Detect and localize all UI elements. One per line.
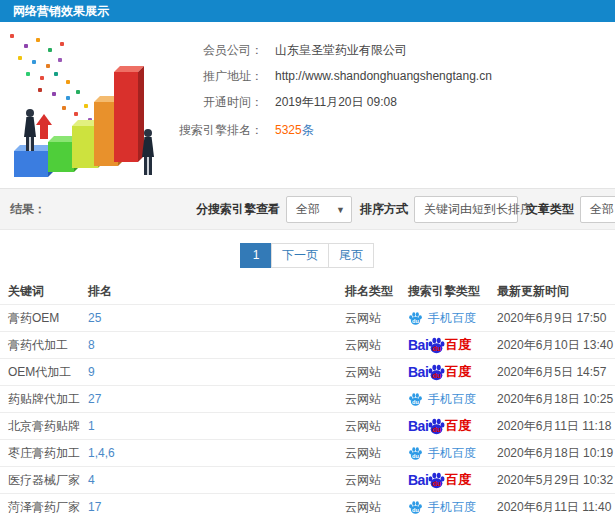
engine-rank-count: 5325 xyxy=(275,123,302,137)
table-header-row: 关键词 排名 排名类型 搜索引擎类型 最新更新时间 xyxy=(0,278,615,304)
open-time-row: 开通时间：2019年11月20日 09:08 xyxy=(168,92,608,112)
page-1-button[interactable]: 1 xyxy=(240,243,272,268)
open-time-label: 开通时间： xyxy=(168,92,263,112)
svg-text:du: du xyxy=(432,345,441,353)
svg-text:du: du xyxy=(432,426,441,434)
svg-text:du: du xyxy=(412,452,419,458)
chevron-down-icon: ▼ xyxy=(336,205,345,215)
keyword-cell: 膏药代加工 xyxy=(0,337,80,354)
open-time-value: 2019年11月20日 09:08 xyxy=(275,95,397,109)
keyword-cell: OEM代加工 xyxy=(0,364,80,381)
table-row: 医疗器械厂家4云网站Bai du 百度2020年5月29日 10:32 xyxy=(0,466,615,493)
last-page-button[interactable]: 尾页 xyxy=(328,243,374,268)
keyword-cell: 枣庄膏药加工 xyxy=(0,445,80,462)
col-header-rank: 排名 xyxy=(80,283,337,300)
rank-link[interactable]: 4 xyxy=(88,473,95,487)
engine-filter-select[interactable]: 全部 ▼ xyxy=(286,196,352,223)
engine-filter-label: 分搜索引擎查看 xyxy=(196,201,280,218)
update-time-cell: 2020年5月29日 10:32 xyxy=(489,472,615,489)
table-body: 膏药OEM25云网站 du 手机百度2020年6月9日 17:50膏药代加工8云… xyxy=(0,304,615,520)
col-header-engine-type: 搜索引擎类型 xyxy=(400,283,489,300)
table-row: 菏泽膏药厂家17云网站 du 手机百度2020年6月11日 11:40 xyxy=(0,493,615,520)
baidu-logo-cn: 百度 xyxy=(445,471,471,489)
baidu-logo: Bai du 百度 xyxy=(408,336,489,355)
mobile-baidu-label: 手机百度 xyxy=(428,310,476,327)
mobile-baidu-badge: du 手机百度 xyxy=(408,310,489,327)
rank-type-cell: 云网站 xyxy=(337,310,400,327)
company-link[interactable]: 山东皇圣堂药业有限公司 xyxy=(275,43,407,57)
promo-url-link[interactable]: http://www.shandonghuangshengtang.cn xyxy=(275,69,492,83)
svg-text:du: du xyxy=(432,372,441,380)
update-time-cell: 2020年6月9日 17:50 xyxy=(489,310,615,327)
svg-text:du: du xyxy=(412,506,419,512)
rank-type-cell: 云网站 xyxy=(337,364,400,381)
rank-link[interactable]: 9 xyxy=(88,365,95,379)
baidu-logo-cn: 百度 xyxy=(445,417,471,435)
baidu-logo-cn: 百度 xyxy=(445,363,471,381)
engine-cell: Bai du 百度 xyxy=(400,471,489,490)
table-row: 药贴牌代加工27云网站 du 手机百度2020年6月18日 10:25 xyxy=(0,385,615,412)
rank-type-cell: 云网站 xyxy=(337,472,400,489)
rank-link[interactable]: 1,4,6 xyxy=(88,446,115,460)
sort-filter-select[interactable]: 关键词由短到长排序 ▼ xyxy=(414,196,518,223)
rank-link[interactable]: 17 xyxy=(88,500,101,514)
baidu-logo-bai: Bai xyxy=(408,472,428,488)
engine-cell: Bai du 百度 xyxy=(400,336,489,355)
rank-type-cell: 云网站 xyxy=(337,418,400,435)
engine-cell: du 手机百度 xyxy=(400,499,489,516)
engine-cell: du 手机百度 xyxy=(400,391,489,408)
engine-rank-unit: 条 xyxy=(302,123,314,137)
baidu-logo: Bai du 百度 xyxy=(408,417,489,436)
rank-link[interactable]: 25 xyxy=(88,311,101,325)
svg-text:du: du xyxy=(412,398,419,404)
update-time-cell: 2020年6月18日 10:25 xyxy=(489,391,615,408)
update-time-cell: 2020年6月18日 10:19 xyxy=(489,445,615,462)
rank-link[interactable]: 8 xyxy=(88,338,95,352)
rank-type-cell: 云网站 xyxy=(337,337,400,354)
baidu-paw-icon: du xyxy=(427,417,446,436)
col-header-rank-type: 排名类型 xyxy=(337,283,400,300)
mobile-baidu-label: 手机百度 xyxy=(428,499,476,516)
engine-rank-row: 搜索引擎排名：5325条 xyxy=(168,120,608,140)
chart-bar-red xyxy=(114,72,138,162)
update-time-cell: 2020年6月5日 14:57 xyxy=(489,364,615,381)
engine-cell: Bai du 百度 xyxy=(400,417,489,436)
table-row: 枣庄膏药加工1,4,6云网站 du 手机百度2020年6月18日 10:19 xyxy=(0,439,615,466)
promo-url-label: 推广地址： xyxy=(168,66,263,86)
sort-filter-value: 关键词由短到长排序 xyxy=(424,201,532,218)
baidu-logo-bai: Bai xyxy=(408,418,428,434)
engine-cell: du 手机百度 xyxy=(400,310,489,327)
result-label: 结果： xyxy=(10,189,46,229)
engine-cell: Bai du 百度 xyxy=(400,363,489,382)
confetti-decoration xyxy=(10,34,14,38)
businessman-figure-right xyxy=(140,129,156,175)
engine-filter-value: 全部 xyxy=(296,201,320,218)
baidu-paw-icon: du xyxy=(427,363,446,382)
keyword-cell: 北京膏药贴牌 xyxy=(0,418,80,435)
baidu-paw-icon: du xyxy=(427,471,446,490)
update-time-cell: 2020年6月11日 11:40 xyxy=(489,499,615,516)
article-type-select[interactable]: 全部 ▼ xyxy=(580,196,615,223)
baidu-paw-icon: du xyxy=(408,446,423,461)
col-header-update-time: 最新更新时间 xyxy=(489,283,615,300)
rank-link[interactable]: 27 xyxy=(88,392,101,406)
keyword-cell: 医疗器械厂家 xyxy=(0,472,80,489)
sort-filter-label: 排序方式 xyxy=(360,201,408,218)
baidu-paw-icon: du xyxy=(408,311,423,326)
rank-link[interactable]: 1 xyxy=(88,419,95,433)
rank-type-cell: 云网站 xyxy=(337,391,400,408)
engine-rank-label: 搜索引擎排名： xyxy=(168,120,263,140)
mobile-baidu-badge: du 手机百度 xyxy=(408,391,489,408)
table-row: 膏药OEM25云网站 du 手机百度2020年6月9日 17:50 xyxy=(0,304,615,331)
next-page-button[interactable]: 下一页 xyxy=(271,243,329,268)
company-row: 会员公司：山东皇圣堂药业有限公司 xyxy=(168,40,608,60)
mobile-baidu-label: 手机百度 xyxy=(428,445,476,462)
rank-type-cell: 云网站 xyxy=(337,445,400,462)
page-title: 网络营销效果展示 xyxy=(0,0,615,22)
keyword-cell: 药贴牌代加工 xyxy=(0,391,80,408)
svg-text:du: du xyxy=(412,317,419,323)
col-header-keyword: 关键词 xyxy=(0,283,80,300)
svg-text:du: du xyxy=(432,480,441,488)
article-type-label: 文章类型 xyxy=(526,201,574,218)
baidu-logo: Bai du 百度 xyxy=(408,363,489,382)
